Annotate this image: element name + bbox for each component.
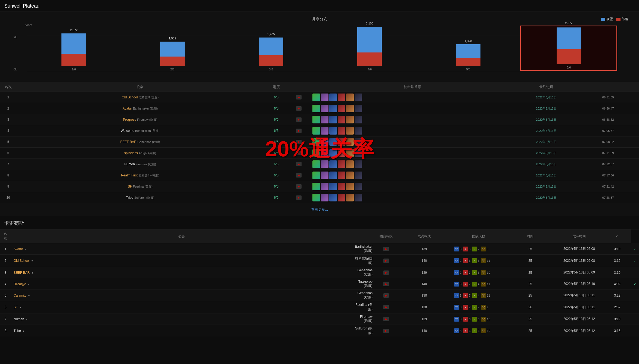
video-cell-3: ▶ (289, 125, 309, 136)
date-val-2: 2022年5月13日 (536, 118, 557, 121)
kills-video-icon-3[interactable]: ▶ (383, 282, 389, 286)
kills-guild-name-7[interactable]: Tribe (14, 329, 21, 333)
kills-th-video (352, 229, 375, 243)
kills-video-icon-4[interactable]: ▶ (383, 293, 389, 298)
kills-guild-name-3[interactable]: Эксодус (14, 282, 26, 286)
dps1-num-3: 4 (478, 282, 479, 286)
guild-name-5[interactable]: spineless (124, 151, 138, 155)
kills-guild-name-5[interactable]: SF (14, 305, 18, 309)
firstkill-cell-9 (309, 192, 515, 203)
kills-dropdown-3[interactable]: ▾ (28, 283, 29, 286)
video-icon-0[interactable]: ▶ (296, 95, 302, 99)
view-more-button[interactable]: 查看更多... (0, 203, 639, 216)
boss-icon-0 (312, 138, 320, 146)
video-icon-3[interactable]: ▶ (296, 129, 302, 133)
guild-cell-6: Numen Firemaw (欧服) (17, 159, 264, 170)
heal-num-3: 7 (469, 282, 470, 286)
kills-rank-2: 3 (0, 267, 11, 278)
heal-icon-2: ♥ (463, 270, 468, 275)
bar-stack-6-6 (557, 27, 581, 64)
server-name-4: Gehennas (欧服) (137, 140, 160, 144)
dps2-icon-6: 🏹 (481, 317, 486, 322)
bar-label-6-6: 2,672 (565, 21, 573, 25)
boss-icon-2 (329, 183, 337, 190)
kills-dropdown-2[interactable]: ▾ (32, 271, 33, 274)
server-name-6: Firemaw (欧服) (136, 163, 156, 166)
kills-guild-name-1[interactable]: Old School (14, 259, 30, 263)
guild-cell-3: Welcome Benediction (美服) (17, 125, 264, 136)
dps1-icon-0: ⚔ (472, 247, 477, 251)
boss-icon-3 (338, 94, 345, 101)
guild-name-8[interactable]: SF (128, 185, 132, 188)
guild-name-6[interactable]: Numen (124, 162, 135, 166)
kills-duration-6: 3:19 (604, 313, 631, 325)
video-icon-8[interactable]: ▶ (296, 184, 302, 189)
kills-video-icon-6[interactable]: ▶ (383, 317, 389, 321)
kills-video-icon-5[interactable]: ▶ (383, 305, 389, 309)
boss-icon-0 (312, 105, 320, 112)
kills-dropdown-5[interactable]: ▾ (20, 306, 21, 309)
video-icon-7[interactable]: ▶ (296, 173, 302, 178)
time-val-6: 07:12:07 (602, 163, 614, 166)
kills-video-icon-2[interactable]: ▶ (383, 270, 389, 275)
bar-group-4-6: 3,100 4/6 (323, 27, 416, 71)
boss-icon-3 (338, 116, 345, 123)
guild-name-4[interactable]: BEEF BAR (120, 140, 137, 144)
video-icon-4[interactable]: ▶ (296, 140, 302, 144)
heal-num-0: 6 (469, 247, 470, 251)
th-first-kill: 被击杀首领 (309, 82, 515, 92)
progress-val-7: 6/6 (274, 173, 278, 177)
kills-comp-2: 🛡 2 ♥ 7 ⚔ 6 🏹 10 (451, 267, 506, 278)
kills-ilvl-7: 140 (397, 325, 451, 337)
video-cell-5: ▶ (289, 148, 309, 159)
guild-name-9[interactable]: Tribe (126, 196, 134, 200)
kills-duration-4: 3:29 (604, 290, 631, 301)
boss-icon-4 (346, 160, 354, 168)
date-cell-9: 2022年5月13日 (515, 192, 577, 203)
kills-dropdown-6[interactable]: ▾ (26, 318, 27, 321)
rank-cell-9: 10 (0, 192, 17, 203)
date-val-1: 2022年5月13日 (536, 107, 557, 110)
guild-name-2[interactable]: Progress (123, 118, 136, 122)
date-val-9: 2022年5月13日 (536, 196, 557, 199)
tank-icon-6: 🛡 (454, 317, 459, 322)
kills-th-comp: 成员构成 (397, 229, 451, 243)
video-icon-9[interactable]: ▶ (296, 195, 302, 200)
progress-cell-6: 6/6 (264, 159, 289, 170)
kills-dropdown-7[interactable]: ▾ (23, 329, 24, 332)
guild-name-7[interactable]: Realm First (121, 173, 138, 177)
kills-duration-2: 3:10 (604, 267, 631, 278)
bar-red-1-6 (61, 54, 86, 66)
kills-guild-name-4[interactable]: Calamity (14, 294, 26, 297)
kills-server-6: Firemaw (欧服) (352, 313, 375, 325)
kills-video-icon-1[interactable]: ▶ (383, 259, 389, 263)
chart-legend: 联盟 部落 (601, 17, 628, 21)
video-icon-1[interactable]: ▶ (296, 106, 302, 111)
kills-guild-name-6[interactable]: Numen (14, 317, 24, 321)
kills-video-icon-7[interactable]: ▶ (383, 329, 389, 333)
kills-ilvl-0: 139 (397, 243, 451, 255)
guild-name-0[interactable]: Old School (122, 95, 138, 99)
kills-video-icon-0[interactable]: ▶ (383, 247, 389, 251)
kills-guild-2: BEEF BAR ▾ (11, 267, 352, 278)
kills-video-4: ▶ (375, 290, 397, 301)
guild-name-1[interactable]: Avatar (123, 107, 132, 110)
page-title: Sunwell Plateau (0, 0, 639, 11)
kills-guild-name-2[interactable]: BEEF BAR (14, 271, 30, 275)
kills-dropdown-1[interactable]: ▾ (32, 259, 33, 262)
kills-members-4: 25 (506, 290, 555, 301)
boss-icon-0 (312, 149, 320, 157)
video-icon-6[interactable]: ▶ (296, 162, 302, 166)
video-icon-5[interactable]: ▶ (296, 151, 302, 155)
kills-dropdown-0[interactable]: ▾ (25, 248, 26, 251)
progress-val-4: 6/6 (274, 140, 278, 144)
guild-name-3[interactable]: Welcome (121, 129, 134, 133)
kills-members-1: 25 (506, 255, 555, 267)
date-cell-6: 2022年5月13日 (515, 159, 577, 170)
kills-guild-name-0[interactable]: Avatar (14, 247, 23, 251)
kills-ilvl-2: 139 (397, 267, 451, 278)
video-cell-4: ▶ (289, 136, 309, 148)
firstkill-cell-0 (309, 92, 515, 103)
video-icon-2[interactable]: ▶ (296, 117, 302, 122)
kills-dropdown-4[interactable]: ▾ (28, 294, 30, 297)
